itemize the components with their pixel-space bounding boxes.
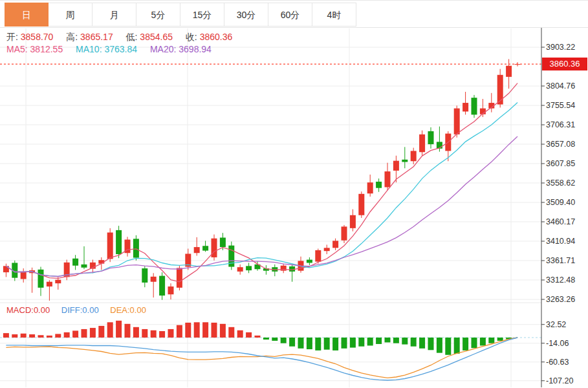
ma5-value: 3812.55 [30,44,63,54]
svg-text:-60.63: -60.63 [546,358,569,367]
price-axis: 3903.223804.763755.543706.313657.083607.… [541,28,575,387]
high-label: 高: [66,32,78,42]
tab-timeframe-4[interactable]: 15分 [180,3,224,27]
svg-text:3607.85: 3607.85 [546,159,575,168]
tab-timeframe-2[interactable]: 月 [93,3,136,27]
macd-readout: MACD:0.00 DIFF:0.00 DEA:0.00 [6,305,146,315]
svg-text:3804.76: 3804.76 [546,81,575,91]
macd-value: 0.00 [34,305,50,315]
ma-lines [6,83,517,282]
ma5-line [6,83,517,282]
svg-text:3312.48: 3312.48 [546,275,575,285]
tab-timeframe-0[interactable]: 日 [5,3,49,27]
svg-text:3410.94: 3410.94 [546,237,575,246]
ma5-label: MA5: [6,44,28,54]
high-value: 3865.17 [80,32,113,42]
ma-readout: MA5: 3812.55 MA10: 3763.84 MA20: 3698.94 [6,44,212,54]
ma10-value: 3763.84 [104,44,137,54]
ma20-label: MA20: [150,44,176,54]
low-value: 3854.65 [140,32,173,42]
ma10-label: MA10: [76,44,102,54]
chart-canvas[interactable]: 3903.223804.763755.543706.313657.083607.… [0,1,588,388]
svg-text:3657.08: 3657.08 [546,140,575,149]
ma10-line [6,102,517,276]
tab-timeframe-6[interactable]: 60分 [268,3,312,27]
diff-label: DIFF: [61,305,83,315]
kline-chart-app: 日周月5分15分30分60分4时 3903.223804.763755.5437… [0,0,588,388]
diff-value: 0.00 [82,305,98,315]
ma20-line [6,136,517,277]
svg-text:3509.40: 3509.40 [546,198,575,207]
tab-timeframe-3[interactable]: 5分 [136,3,180,27]
close-label: 收: [186,32,197,42]
close-value: 3860.36 [200,32,233,42]
svg-text:3558.62: 3558.62 [546,178,575,188]
svg-text:3903.22: 3903.22 [546,43,575,52]
svg-text:3361.71: 3361.71 [546,256,575,265]
tab-timeframe-5[interactable]: 30分 [224,3,268,27]
open-label: 开: [6,32,18,42]
open-value: 3858.70 [21,32,54,42]
svg-text:3263.26: 3263.26 [546,295,575,304]
ma20-value: 3698.94 [179,44,212,54]
current-price-tag: 3860.36 [542,58,587,70]
tab-timeframe-7[interactable]: 4时 [312,3,356,27]
svg-text:3460.17: 3460.17 [546,217,575,226]
svg-text:-107.20: -107.20 [546,376,573,385]
svg-text:32.52: 32.52 [546,320,566,329]
timeframe-tab-bar: 日周月5分15分30分60分4时 [0,3,588,28]
ohlc-readout: 开: 3858.70 高: 3865.17 低: 3854.65 收: 3860… [6,32,232,43]
dea-value: 0.00 [130,305,146,315]
low-label: 低: [126,32,138,42]
svg-text:3755.54: 3755.54 [546,101,575,110]
svg-text:-14.06: -14.06 [546,339,569,348]
timeframe-tabs: 日周月5分15分30分60分4时 [5,3,356,27]
tab-timeframe-1[interactable]: 周 [49,3,93,27]
candlesticks [3,59,521,301]
svg-text:3706.31: 3706.31 [546,120,575,129]
macd-label: MACD: [6,305,34,315]
dea-label: DEA: [110,305,129,315]
